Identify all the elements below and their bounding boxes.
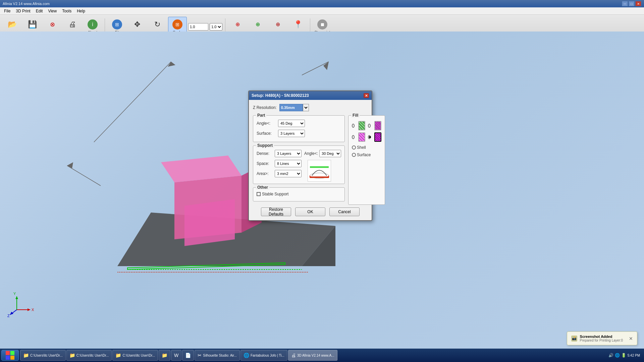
taskbar-icon-5: 📄: [185, 353, 191, 358]
print-icon: 🖨: [66, 18, 78, 31]
save-icon: 💾: [26, 18, 38, 31]
dense-select[interactable]: 3 Layers 1 Layer 2 Layers: [275, 150, 302, 157]
fill-radio-2[interactable]: [368, 124, 371, 128]
tray-icon-3: 🔋: [621, 353, 626, 358]
restore-defaults-label: Restore Defaults: [261, 207, 291, 217]
part-group-title: Part: [256, 113, 266, 118]
surface-opt-label: Surface: [357, 153, 371, 157]
fill-radio-3[interactable]: [352, 135, 355, 139]
stable-support-row: Stable Support: [257, 192, 341, 196]
svg-text:Z: Z: [7, 314, 10, 318]
menu-view[interactable]: View: [45, 8, 59, 14]
setup-dialog: Setup: H480(A) - SN:80002123 ✕ Z Resolut…: [248, 90, 372, 221]
maximize-button[interactable]: □: [629, 1, 635, 6]
fill-radio-4[interactable]: [368, 135, 371, 139]
fill-option-dense[interactable]: [374, 121, 381, 130]
part-group: Part Angle<: 45 Deg 30 Deg 60 Deg Surfac…: [253, 115, 345, 142]
taskbar-label-2: C:\Users\ltc User\Dr...: [122, 354, 155, 357]
taskbar-item-1[interactable]: 📁 C:\Users\ltc User\Dr...: [66, 350, 112, 361]
ok-button[interactable]: OK: [295, 207, 325, 216]
restore-defaults-button[interactable]: Restore Defaults: [261, 207, 291, 216]
menu-tools[interactable]: Tools: [59, 8, 74, 14]
close-button[interactable]: ✕: [635, 1, 641, 6]
other-group: Other Stable Support: [253, 187, 345, 201]
fill-row-1: [352, 121, 381, 130]
fill-option-sparse2[interactable]: [358, 132, 365, 142]
z-resolution-input[interactable]: [279, 104, 303, 111]
unload-icon: ⊗: [46, 18, 58, 31]
svg-marker-19: [15, 296, 18, 299]
z-resolution-label: Z Resolution:: [253, 105, 277, 110]
svg-rect-29: [310, 176, 329, 178]
tray-icon-2: 🌐: [615, 353, 620, 358]
support-angle-select[interactable]: 30 Deg 20 Deg 45 Deg: [319, 150, 341, 157]
taskbar-label-0: C:\Users\ltc User\Dr...: [30, 354, 63, 357]
scale-input[interactable]: [188, 23, 208, 31]
clock[interactable]: 5:42 PM: [628, 353, 640, 358]
support-angle-section: Angle<: 30 Deg 20 Deg 45 Deg: [304, 148, 341, 182]
toast-close-button[interactable]: ✕: [629, 336, 633, 341]
taskbar-icon-browser: 🌐: [244, 353, 249, 358]
area-label: Area>:: [257, 171, 273, 176]
shell-row: Shell: [352, 145, 381, 150]
main-sections: Part Angle<: 45 Deg 30 Deg 60 Deg Surfac…: [253, 115, 368, 205]
menu-edit[interactable]: Edit: [33, 8, 46, 14]
svg-marker-16: [28, 308, 30, 311]
taskbar-item-2[interactable]: 📁 C:\Users\ltc User\Dr...: [112, 350, 158, 361]
surface-options: Shell Surface: [352, 145, 381, 157]
taskbar-item-3[interactable]: 📁: [159, 350, 170, 361]
right-column: Fill: [348, 115, 385, 205]
taskbar-item-4[interactable]: W: [171, 350, 181, 361]
title-bar: Afinia V2.14 www.Afinia.com ─ □ ✕: [0, 0, 644, 7]
taskbar-icon-1: 📁: [69, 353, 75, 358]
rotate-icon: ↻: [151, 18, 163, 31]
surface-row: Surface: 3 Layers 2 Layers 4 Layers: [257, 130, 341, 137]
shell-radio[interactable]: [352, 145, 356, 149]
taskbar-item-afinia[interactable]: 🖨 3D Afinia V2.14 www.A...: [288, 350, 337, 361]
tray-icon-1: 🔊: [608, 353, 613, 358]
menu-file[interactable]: File: [1, 8, 13, 14]
cancel-button[interactable]: Cancel: [329, 207, 360, 216]
support-content: Dense: 3 Layers 1 Layer 2 Layers Space:: [257, 148, 341, 182]
taskbar-icon-silhouette: ✂: [198, 353, 202, 358]
stable-support-checkbox[interactable]: [257, 192, 261, 196]
svg-text:X: X: [32, 308, 34, 312]
dialog-close-button[interactable]: ✕: [364, 93, 369, 98]
taskbar-item-browser[interactable]: 🌐 Fantabulous Jofo | Ti...: [240, 350, 287, 361]
fill-option-dense2[interactable]: [374, 132, 381, 142]
support-preview-svg: [309, 162, 329, 180]
area-select[interactable]: 3 mm2 1 mm2 5 mm2: [275, 170, 302, 177]
cancel-label: Cancel: [338, 209, 351, 214]
svg-line-2: [67, 166, 101, 186]
minimize-button[interactable]: ─: [622, 1, 628, 6]
start-button[interactable]: [1, 350, 19, 361]
support-fields: Dense: 3 Layers 1 Layer 2 Layers Space:: [257, 148, 302, 180]
taskbar-item-0[interactable]: 📁 C:\Users\ltc User\Dr...: [20, 350, 66, 361]
taskbar-item-silhouette[interactable]: ✂ Silhouette Studio: Air...: [195, 350, 240, 361]
ok-label: OK: [307, 209, 313, 214]
support-angle-row: Angle<: 30 Deg 20 Deg 45 Deg: [304, 150, 341, 157]
fill-radio-1[interactable]: [352, 124, 355, 128]
svg-rect-28: [310, 166, 329, 168]
dialog-buttons: Restore Defaults OK Cancel: [253, 207, 368, 216]
surface-radio[interactable]: [352, 153, 356, 157]
z-resolution-row: Z Resolution: ▾: [253, 104, 368, 111]
z-axis-icon: ⊕: [272, 18, 284, 31]
taskbar-right: 🔊 🌐 🔋 5:42 PM: [608, 353, 643, 358]
taskbar-item-5[interactable]: 📄: [182, 350, 194, 361]
menu-help[interactable]: Help: [74, 8, 88, 14]
svg-rect-31: [10, 351, 14, 355]
space-select[interactable]: 8 Lines 4 Lines 6 Lines: [275, 160, 302, 167]
angle-select[interactable]: 45 Deg 30 Deg 60 Deg: [278, 120, 305, 127]
z-resolution-select[interactable]: ▾: [303, 104, 309, 111]
fill-option-sparse[interactable]: [358, 121, 365, 130]
toast-message: Screenshot Added: [580, 335, 623, 339]
move-icon: ✥: [131, 18, 143, 31]
menu-3dprint[interactable]: 3D Print: [13, 8, 33, 14]
fit-icon: ⊞: [112, 19, 122, 29]
support-group-title: Support: [256, 143, 274, 148]
scale-dropdown[interactable]: 1.0: [210, 23, 222, 31]
clock-time: 5:42 PM: [628, 353, 640, 358]
surface-select[interactable]: 3 Layers 2 Layers 4 Layers: [278, 130, 305, 137]
other-group-title: Other: [256, 185, 269, 190]
